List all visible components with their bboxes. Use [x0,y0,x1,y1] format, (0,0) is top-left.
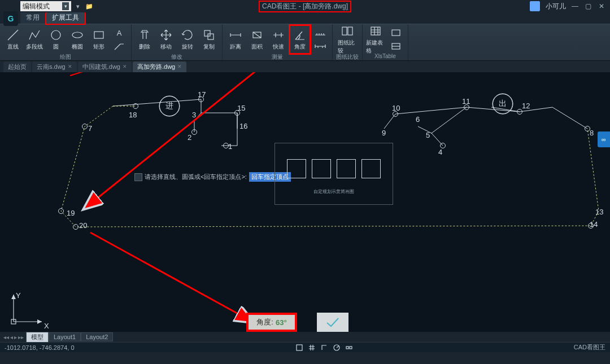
ellipse-button[interactable]: 椭圆 [68,26,87,53]
rect-button[interactable]: 矩形 [89,26,108,53]
group-draw-label: 绘图 [60,53,71,61]
angle-button[interactable]: 角度 [290,26,310,53]
rotate-icon [181,28,194,42]
layout-tab-2[interactable]: Layout2 [81,332,113,341]
node [82,124,88,129]
file-tabstrip: 起始页 云南s.dwg✕ 中国建筑.dwg✕ 高加旁路.dwg✕ [0,61,610,72]
right-panel-toggle[interactable]: ∞ [598,131,610,147]
grid-toggle[interactable] [308,344,316,352]
svg-rect-18 [297,345,302,350]
leader-icon [112,40,126,53]
quick-button[interactable]: 快速 [269,26,288,53]
distance-button[interactable]: 距离 [226,26,245,53]
layout-nav[interactable]: ◂◂◂▸▸▸ [3,334,24,340]
center-panel: 自定规划示意简画图 [274,143,393,205]
table-aux2[interactable] [387,40,404,52]
copy-button[interactable]: 复制 [199,26,219,53]
layout-tab-model[interactable]: 模型 [26,332,49,343]
quick-icon [272,28,285,42]
osnap-toggle[interactable] [345,344,353,352]
prompt-text: 请选择直线、圆弧或<回车指定顶点>: [145,173,247,181]
close-tab-icon[interactable]: ✕ [68,64,72,69]
label-19: 19 [67,209,75,217]
thumbnail [361,159,381,178]
title-bar: 编辑模式 ▾ ▾ 📁 CAD看图王 - [高加旁路.dwg] 小可儿 — ▢ ✕ [0,0,610,12]
label-5: 5 [426,131,430,139]
group-measure-label: 测量 [272,53,283,61]
grid1-icon [389,26,403,40]
angle-confirm[interactable] [317,313,348,332]
user-avatar[interactable] [530,1,540,11]
ribbon-panel: 直线 多段线 圆 椭圆 矩形 A 绘图 [0,24,610,61]
filetab-3[interactable]: 高加旁路.dwg✕ [133,62,186,72]
label-16: 16 [239,122,247,130]
open-folder-icon[interactable]: 📁 [85,2,94,11]
group-measure: 距离 面积 快速 角度 测量 [223,24,333,60]
filetab-1[interactable]: 云南s.dwg✕ [32,62,77,72]
group-modify-label: 修改 [171,53,182,61]
svg-rect-3 [204,30,210,36]
tab-extensions[interactable]: 扩展工具 [46,12,85,24]
node [73,224,79,230]
close-tab-icon[interactable]: ✕ [177,64,182,69]
svg-point-0 [51,30,60,40]
ucs-icon [8,291,47,327]
newtable-button[interactable]: 新建表格 [366,26,385,53]
move-button[interactable]: 移动 [156,26,176,53]
group-draw: 直线 多段线 圆 椭圆 矩形 A 绘图 [0,24,132,60]
command-prompt: 请选择直线、圆弧或<回车指定顶点>: 回车指定顶点 [134,172,291,182]
filetab-start[interactable]: 起始页 [3,62,31,72]
leader-button[interactable] [111,40,128,52]
compare-button[interactable]: 图纸比较 [338,26,357,53]
group-compare: 图纸比较 图纸比较 [333,24,363,60]
label-15: 15 [237,104,245,112]
tab-common[interactable]: 常用 [20,12,45,24]
mode-dropdown[interactable]: 编辑模式 ▾ [20,1,71,11]
measure-aux1[interactable] [312,27,329,39]
angle-value: 63° [276,318,287,327]
qat-dropdown[interactable]: ▾ [73,2,82,11]
delete-button[interactable]: 删除 [135,26,154,53]
circle-button[interactable]: 圆 [46,26,66,53]
rotate-button[interactable]: 旋转 [178,26,197,53]
ucs-x: X [44,322,49,330]
app-logo[interactable]: G [3,11,18,26]
drawing-canvas[interactable]: 18 进 17 3 2 1 15 16 7 19 20 10 9 6 5 4 1… [0,72,610,332]
ucs-y: Y [16,291,21,300]
label-12: 12 [522,102,530,110]
angle-result: 角度: 63° [246,313,348,332]
area-button[interactable]: 面积 [247,26,267,53]
mode-label: 编辑模式 [23,2,50,11]
line-button[interactable]: 直线 [3,26,23,53]
label-14: 14 [590,220,598,229]
thumbnail [312,159,331,178]
polar-toggle[interactable] [333,344,341,352]
filetab-2[interactable]: 中国建筑.dwg✕ [78,62,132,72]
label-20: 20 [79,221,87,230]
close-tab-icon[interactable]: ✕ [123,64,127,69]
close-icon[interactable]: ✕ [599,2,607,10]
snap-toggle[interactable] [295,344,303,352]
svg-point-1 [72,32,82,38]
group-compare-label: 图纸比较 [336,53,359,61]
ortho-toggle[interactable] [320,344,328,352]
label-2: 2 [188,133,191,142]
maximize-icon[interactable]: ▢ [585,2,593,10]
table-aux1[interactable] [387,27,404,39]
label-9: 9 [382,129,386,137]
layout-tab-1[interactable]: Layout1 [49,332,81,341]
circle-out: 出 [493,94,513,114]
group-modify: 删除 移动 旋转 复制 修改 [132,24,223,60]
text-button[interactable]: A [111,27,128,39]
measure-aux2[interactable] [312,40,329,52]
label-7: 7 [88,124,92,133]
check-icon [325,317,340,328]
minimize-icon[interactable]: — [572,2,580,10]
svg-rect-21 [350,347,352,349]
angle-display: 角度: 63° [246,313,297,332]
polyline-button[interactable]: 多段线 [25,26,44,53]
circle-icon [49,28,63,42]
delete-icon [138,28,151,42]
table-icon [369,24,382,38]
polyline-icon [28,28,41,42]
